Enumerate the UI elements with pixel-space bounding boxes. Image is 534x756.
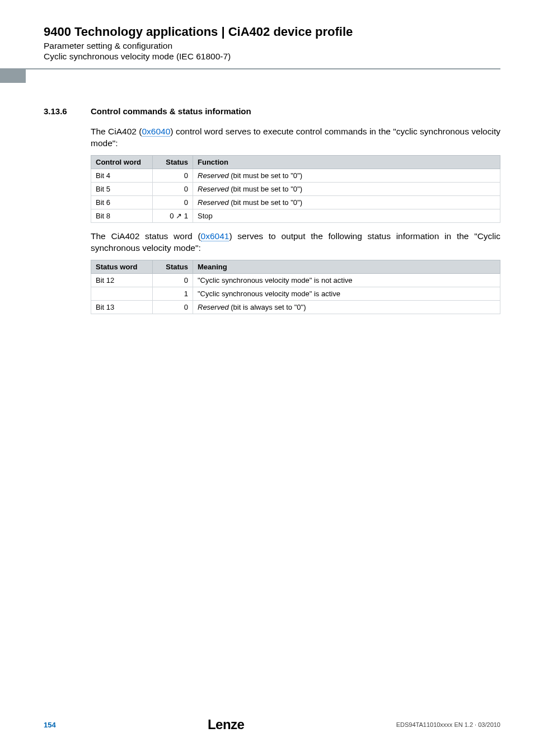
para1-text-a: The CiA402 ( xyxy=(91,127,142,136)
page-header: 9400 Technology applications | CiA402 de… xyxy=(44,25,500,62)
table-row: 1 "Cyclic synchronous velocity mode" is … xyxy=(91,287,500,300)
stat-mean-txt: (bit is always set to "0") xyxy=(229,303,306,311)
stat-head-status: Status xyxy=(153,260,193,273)
section-number: 3.13.6 xyxy=(44,106,91,116)
ctrl-func: Stop xyxy=(193,209,500,222)
stat-mean-txt: "Cyclic synchronous velocity mode" is ac… xyxy=(198,290,340,298)
stat-meaning: Reserved (bit is always set to "0") xyxy=(193,300,500,314)
lenze-logo: Lenze xyxy=(208,717,245,732)
section-heading: 3.13.6 Control commands & status informa… xyxy=(44,106,500,116)
paragraph-2: The CiA402 status word (0x6041) serves t… xyxy=(91,231,500,254)
stat-meaning: "Cyclic synchronous velocity mode" is no… xyxy=(193,273,500,287)
stat-bit: Bit 13 xyxy=(91,300,153,314)
page-footer: 154 Lenze EDS94TA11010xxxx EN 1.2 · 03/2… xyxy=(44,717,500,732)
control-word-table: Control word Status Function Bit 4 0 Res… xyxy=(91,155,500,223)
table-row: Bit 12 0 "Cyclic synchronous velocity mo… xyxy=(91,273,500,287)
ctrl-func-em: Reserved xyxy=(198,185,229,193)
content-area: 3.13.6 Control commands & status informa… xyxy=(44,106,500,322)
stat-mean-txt: "Cyclic synchronous velocity mode" is no… xyxy=(198,276,353,284)
ctrl-func-txt: (bit must be set to "0") xyxy=(229,198,302,207)
accent-bar xyxy=(0,68,26,83)
table-row: Bit 13 0 Reserved (bit is always set to … xyxy=(91,300,500,314)
stat-mean-em: Reserved xyxy=(198,303,229,311)
ctrl-status: 0 xyxy=(153,195,193,209)
ctrl-func: Reserved (bit must be set to "0") xyxy=(193,195,500,209)
ctrl-func-txt: (bit must be set to "0") xyxy=(229,171,302,180)
ctrl-bit: Bit 5 xyxy=(91,182,153,195)
table-header-row: Control word Status Function xyxy=(91,155,500,169)
ctrl-bit: Bit 8 xyxy=(91,209,153,222)
table-header-row: Status word Status Meaning xyxy=(91,260,500,273)
header-rule xyxy=(26,68,500,69)
table-row: Bit 4 0 Reserved (bit must be set to "0"… xyxy=(91,169,500,182)
link-0x6041[interactable]: 0x6041 xyxy=(201,231,229,241)
ctrl-bit: Bit 4 xyxy=(91,169,153,182)
ctrl-head-status: Status xyxy=(153,155,193,169)
section-title: Control commands & status information xyxy=(91,106,251,116)
ctrl-head-word: Control word xyxy=(91,155,153,169)
stat-head-word: Status word xyxy=(91,260,153,273)
ctrl-head-function: Function xyxy=(193,155,500,169)
ctrl-func-txt: (bit must be set to "0") xyxy=(229,185,302,193)
table-row: Bit 5 0 Reserved (bit must be set to "0"… xyxy=(91,182,500,195)
ctrl-func: Reserved (bit must be set to "0") xyxy=(193,182,500,195)
ctrl-func-txt: Stop xyxy=(198,212,213,220)
ctrl-func-em: Reserved xyxy=(198,198,229,207)
para2-text-a: The CiA402 status word ( xyxy=(91,231,201,241)
table-row: Bit 6 0 Reserved (bit must be set to "0"… xyxy=(91,195,500,209)
doc-id: EDS94TA11010xxxx EN 1.2 · 03/2010 xyxy=(396,721,500,728)
paragraph-1: The CiA402 (0x6040) control word serves … xyxy=(91,126,500,150)
stat-meaning: "Cyclic synchronous velocity mode" is ac… xyxy=(193,287,500,300)
doc-subtitle-2: Cyclic synchronous velocity mode (IEC 61… xyxy=(44,52,500,62)
page-number: 154 xyxy=(44,721,56,729)
stat-status: 1 xyxy=(153,287,193,300)
stat-head-meaning: Meaning xyxy=(193,260,500,273)
stat-bit xyxy=(91,287,153,300)
ctrl-status: 0 ↗ 1 xyxy=(153,209,193,222)
doc-title: 9400 Technology applications | CiA402 de… xyxy=(44,25,500,39)
link-0x6040[interactable]: 0x6040 xyxy=(142,127,170,137)
ctrl-func: Reserved (bit must be set to "0") xyxy=(193,169,500,182)
stat-status: 0 xyxy=(153,273,193,287)
table-row: Bit 8 0 ↗ 1 Stop xyxy=(91,209,500,222)
ctrl-func-em: Reserved xyxy=(198,171,229,180)
ctrl-status: 0 xyxy=(153,169,193,182)
ctrl-status: 0 xyxy=(153,182,193,195)
doc-subtitle-1: Parameter setting & configuration xyxy=(44,41,500,51)
ctrl-bit: Bit 6 xyxy=(91,195,153,209)
stat-bit: Bit 12 xyxy=(91,273,153,287)
status-word-table: Status word Status Meaning Bit 12 0 "Cyc… xyxy=(91,260,500,314)
stat-status: 0 xyxy=(153,300,193,314)
